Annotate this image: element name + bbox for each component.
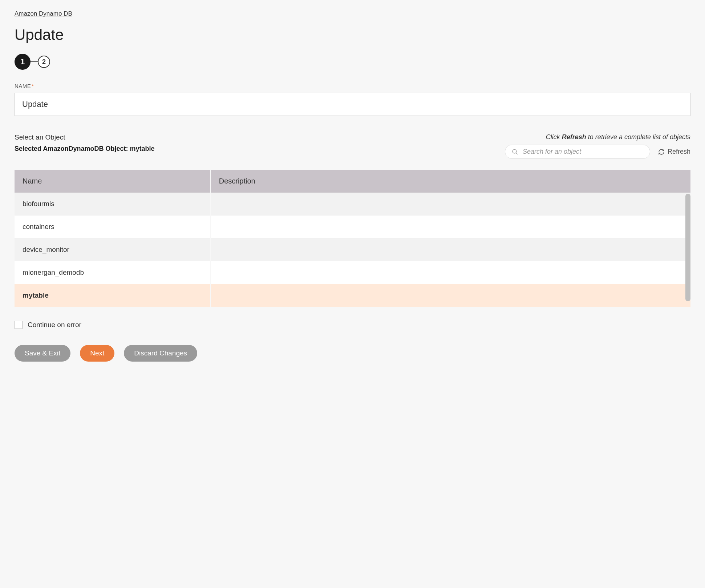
required-asterisk: *	[32, 83, 34, 89]
cell-name: mytable	[15, 284, 211, 307]
page-title: Update	[15, 26, 690, 44]
step-connector	[31, 61, 38, 62]
table-row[interactable]: biofourmis	[15, 193, 690, 216]
table-row[interactable]: mytable	[15, 284, 690, 307]
table-row[interactable]: containers	[15, 216, 690, 238]
step-2[interactable]: 2	[38, 56, 50, 68]
cell-description	[211, 284, 690, 307]
refresh-icon	[658, 149, 665, 155]
name-field-label: NAME*	[15, 83, 690, 89]
search-box[interactable]	[505, 145, 650, 159]
table-row[interactable]: mlonergan_demodb	[15, 261, 690, 284]
refresh-button[interactable]: Refresh	[658, 148, 690, 156]
col-header-description[interactable]: Description	[211, 170, 690, 193]
cell-name: biofourmis	[15, 193, 211, 216]
scrollbar-thumb[interactable]	[685, 194, 690, 301]
step-1[interactable]: 1	[15, 54, 31, 70]
refresh-hint: Click Refresh to retrieve a complete lis…	[546, 133, 690, 141]
table-row[interactable]: device_monitor	[15, 238, 690, 261]
search-icon	[512, 149, 518, 155]
name-input[interactable]	[15, 93, 690, 116]
cell-description	[211, 238, 690, 261]
cell-description	[211, 193, 690, 216]
object-table: Name Description biofourmiscontainersdev…	[15, 170, 690, 307]
cell-description	[211, 216, 690, 238]
continue-on-error-label: Continue on error	[28, 321, 81, 329]
col-header-name[interactable]: Name	[15, 170, 211, 193]
breadcrumb-link[interactable]: Amazon Dynamo DB	[15, 10, 72, 17]
object-table-wrap: Name Description biofourmiscontainersdev…	[15, 170, 690, 307]
save-exit-button[interactable]: Save & Exit	[15, 345, 70, 362]
cell-description	[211, 261, 690, 284]
selected-object-text: Selected AmazonDynamoDB Object: mytable	[15, 145, 498, 153]
scrollbar[interactable]	[685, 194, 690, 307]
svg-point-0	[512, 149, 516, 153]
cell-name: containers	[15, 216, 211, 238]
discard-button[interactable]: Discard Changes	[124, 345, 197, 362]
search-input[interactable]	[523, 148, 643, 156]
svg-line-1	[516, 153, 518, 154]
next-button[interactable]: Next	[80, 345, 114, 362]
continue-on-error-checkbox[interactable]	[15, 321, 23, 329]
cell-name: mlonergan_demodb	[15, 261, 211, 284]
cell-name: device_monitor	[15, 238, 211, 261]
select-object-label: Select an Object	[15, 133, 498, 141]
stepper: 1 2	[15, 54, 690, 70]
